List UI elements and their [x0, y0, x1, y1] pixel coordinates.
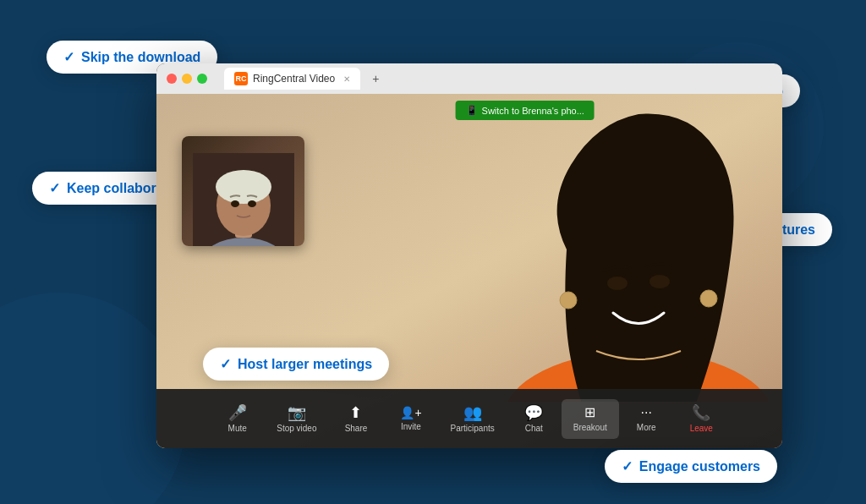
svg-point-7 — [700, 290, 717, 307]
tab-close-icon[interactable]: ✕ — [343, 74, 350, 84]
mute-label: Mute — [228, 424, 247, 433]
switch-banner[interactable]: 📱 Switch to Brenna's pho... — [456, 101, 595, 120]
browser-window: RC RingCentral Video ✕ + — [156, 63, 782, 448]
switch-banner-text: Switch to Brenna's pho... — [482, 106, 584, 116]
invite-icon: 👤+ — [400, 407, 421, 419]
controls-bar: 🎤 Mute 📷 Stop video ⬆ Share 👤+ Invite 👥 … — [156, 389, 782, 448]
stop-video-icon: 📷 — [288, 405, 306, 420]
ringcentral-icon: RC — [234, 72, 248, 85]
mute-icon: 🎤 — [228, 405, 247, 420]
participants-icon: 👥 — [463, 405, 482, 420]
more-icon: ··· — [641, 406, 652, 419]
svg-point-4 — [607, 277, 628, 290]
chat-icon: 💬 — [524, 405, 543, 420]
svg-point-14 — [248, 200, 256, 207]
pill-skip-text: Skip the download — [81, 50, 200, 65]
video-area: 📱 Switch to Brenna's pho... — [156, 94, 782, 448]
breakout-button[interactable]: ⊞ Breakout — [562, 399, 619, 439]
check-icon-skip: ✓ — [63, 49, 74, 65]
invite-label: Invite — [401, 422, 421, 431]
svg-point-6 — [560, 292, 577, 309]
chat-label: Chat — [525, 424, 543, 433]
check-icon-keep: ✓ — [49, 180, 60, 196]
browser-tab[interactable]: RC RingCentral Video ✕ — [224, 68, 360, 90]
chat-button[interactable]: 💬 Chat — [507, 398, 562, 440]
pill-engage: ✓ Engage customers — [605, 450, 777, 483]
leave-icon: 📞 — [692, 405, 710, 420]
pill-host: ✓ Host larger meetings — [203, 348, 389, 381]
traffic-yellow[interactable] — [182, 74, 192, 84]
breakout-icon: ⊞ — [584, 406, 595, 419]
participants-button[interactable]: 👥 Participants — [438, 398, 506, 440]
traffic-red[interactable] — [167, 74, 177, 84]
more-button[interactable]: ··· More — [619, 399, 674, 439]
stop-video-button[interactable]: 📷 Stop video — [265, 398, 328, 440]
traffic-green[interactable] — [197, 74, 207, 84]
participants-label: Participants — [450, 424, 494, 433]
share-button[interactable]: ⬆ Share — [328, 398, 383, 440]
participant-man — [193, 153, 294, 246]
new-tab-icon[interactable]: + — [372, 72, 379, 85]
more-label: More — [637, 423, 656, 432]
svg-point-12 — [216, 170, 271, 204]
pill-engage-text: Engage customers — [639, 459, 760, 474]
check-icon-engage: ✓ — [622, 458, 633, 474]
check-icon-host: ✓ — [220, 356, 231, 372]
leave-button[interactable]: 📞 Leave — [674, 398, 729, 440]
main-speaker-video — [461, 94, 782, 402]
stop-video-label: Stop video — [277, 424, 316, 433]
tab-label: RingCentral Video — [253, 73, 335, 85]
browser-titlebar: RC RingCentral Video ✕ + — [156, 63, 782, 94]
pill-host-text: Host larger meetings — [238, 357, 372, 372]
participant-video — [182, 136, 304, 246]
mute-button[interactable]: 🎤 Mute — [210, 398, 265, 440]
svg-point-13 — [231, 200, 239, 207]
traffic-lights — [167, 74, 207, 84]
invite-button[interactable]: 👤+ Invite — [383, 400, 438, 438]
leave-label: Leave — [690, 424, 713, 433]
switch-arrow-icon: 📱 — [466, 105, 478, 116]
svg-point-5 — [650, 275, 670, 288]
share-label: Share — [345, 424, 368, 433]
breakout-label: Breakout — [573, 423, 607, 432]
share-icon: ⬆ — [349, 405, 362, 420]
